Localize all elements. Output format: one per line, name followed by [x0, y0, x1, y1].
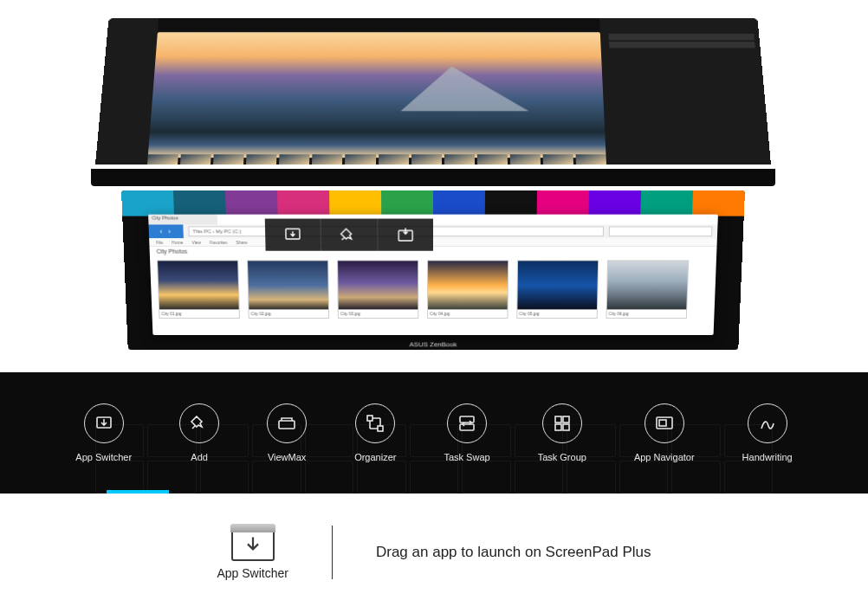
feature-app-navigator[interactable]: App Navigator [634, 403, 695, 462]
photo-thumb-label: City 05.jpg [517, 309, 597, 318]
task-swap-icon [447, 403, 487, 443]
explorer-tab[interactable]: City Photos [148, 215, 217, 225]
feature-app-switcher[interactable]: App Switcher [75, 403, 132, 462]
feature-add[interactable]: Add [179, 403, 219, 462]
feature-label: Add [191, 452, 208, 462]
divider [332, 526, 333, 579]
feature-label: Handwriting [742, 452, 793, 462]
popup-send-to-screenpad[interactable] [378, 219, 433, 251]
main-screen [95, 18, 771, 165]
svg-rect-7 [460, 424, 474, 430]
svg-rect-8 [555, 416, 561, 423]
handwriting-icon [748, 403, 787, 443]
feature-label: Task Group [538, 452, 586, 462]
photo-thumb[interactable]: City 02.jpg [247, 260, 329, 318]
menu-share[interactable]: Share [236, 240, 247, 245]
svg-rect-4 [367, 416, 372, 421]
svg-rect-13 [659, 420, 666, 426]
description-text: Drag an app to launch on ScreenPad Plus [376, 544, 651, 561]
screenpad-wallpaper [121, 190, 745, 216]
active-feature-underline [107, 490, 169, 494]
feature-description: App Switcher Drag an app to launch on Sc… [0, 518, 868, 587]
popup-app-switcher[interactable] [265, 219, 322, 251]
menu-view[interactable]: View [191, 240, 201, 245]
explorer-menubar: FileHomeViewFavoritesShare [149, 238, 717, 247]
screenpad-plus: City Photos ‹ › This PC › My PC (C:) Fil… [121, 190, 745, 350]
app-switcher-icon [84, 403, 124, 443]
device-brand-label: ASUS ZenBook [410, 341, 457, 349]
menu-favorites[interactable]: Favorites [210, 240, 228, 245]
feature-label: App Switcher [75, 452, 132, 462]
feature-task-swap[interactable]: Task Swap [444, 403, 489, 462]
description-icon-label: App Switcher [217, 566, 288, 580]
photo-thumb[interactable]: City 01.jpg [157, 260, 240, 318]
app-navigator-icon [645, 403, 684, 443]
feature-label: Organizer [354, 452, 396, 462]
feature-label: App Navigator [634, 452, 695, 462]
photo-thumb-label: City 06.jpg [606, 309, 686, 318]
photo-thumb[interactable]: City 03.jpg [337, 260, 418, 318]
file-explorer-window[interactable]: City Photos ‹ › This PC › My PC (C:) Fil… [148, 215, 718, 335]
feature-handwriting[interactable]: Handwriting [742, 403, 793, 462]
svg-rect-10 [555, 424, 561, 430]
task-group-icon [542, 403, 582, 443]
menu-home[interactable]: Home [172, 240, 183, 245]
svg-rect-11 [563, 424, 569, 430]
feature-label: ViewMax [268, 452, 306, 462]
nav-back-forward[interactable]: ‹ › [149, 224, 184, 238]
svg-rect-9 [563, 416, 569, 423]
feature-bar: App SwitcherAddViewMaxOrganizerTask Swap… [0, 372, 868, 494]
svg-rect-3 [279, 421, 295, 429]
editor-right-panel [599, 18, 771, 165]
photo-thumb-label: City 01.jpg [159, 309, 239, 318]
photo-thumb[interactable]: City 05.jpg [516, 260, 599, 318]
search-input[interactable] [609, 226, 713, 236]
svg-rect-6 [460, 416, 474, 423]
photo-thumb-label: City 04.jpg [428, 309, 508, 318]
popup-pin[interactable] [321, 219, 378, 251]
editor-filmstrip [147, 154, 606, 165]
app-switcher-large-icon [231, 525, 275, 561]
menu-file[interactable]: File [156, 240, 163, 245]
photo-thumb-label: City 02.jpg [249, 309, 328, 318]
feature-viewmax[interactable]: ViewMax [267, 403, 307, 462]
photo-thumb[interactable]: City 06.jpg [606, 260, 689, 318]
photo-thumb[interactable]: City 04.jpg [427, 260, 508, 318]
pin-icon [179, 403, 219, 443]
feature-label: Task Swap [444, 452, 489, 462]
svg-rect-5 [378, 426, 383, 431]
screenpad-popup-toolbar [265, 219, 433, 251]
photo-thumb-label: City 03.jpg [339, 309, 418, 318]
editor-canvas-photo [148, 32, 606, 158]
feature-organizer[interactable]: Organizer [354, 403, 396, 462]
photo-thumbnails: City 01.jpgCity 02.jpgCity 03.jpgCity 04… [157, 260, 716, 330]
laptop-hinge [91, 169, 775, 186]
feature-task-group[interactable]: Task Group [538, 403, 586, 462]
section-title: City Photos [157, 248, 188, 255]
organizer-icon [355, 403, 395, 443]
viewmax-icon [267, 403, 307, 443]
